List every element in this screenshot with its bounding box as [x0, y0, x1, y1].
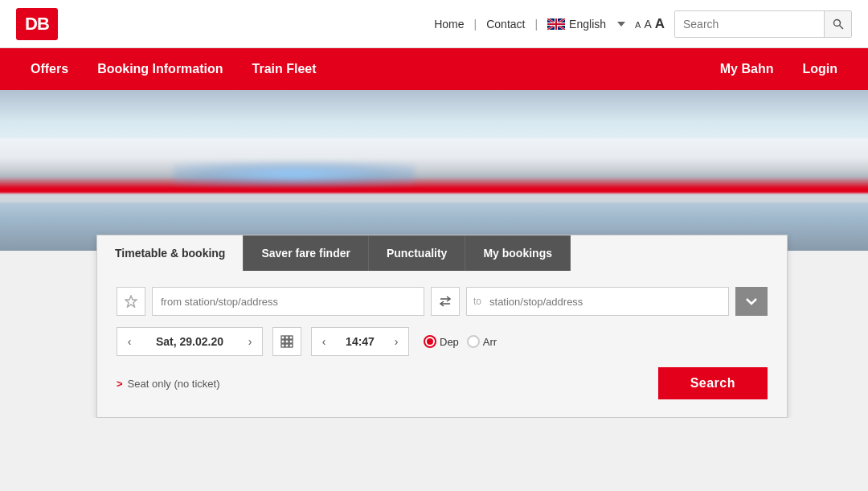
- seat-only-label: Seat only (no ticket): [128, 378, 220, 390]
- search-button[interactable]: Search: [658, 367, 768, 399]
- seat-only-arrow: >: [117, 378, 123, 390]
- svg-rect-19: [285, 344, 289, 347]
- red-navigation: Offers Booking Information Train Fleet M…: [0, 48, 868, 90]
- arr-label[interactable]: Arr: [483, 336, 497, 348]
- calendar-button[interactable]: [272, 327, 301, 356]
- svg-rect-18: [281, 344, 285, 347]
- top-bar: DB Home | Contact | Englis: [0, 0, 868, 48]
- svg-rect-13: [285, 336, 289, 339]
- top-search-input[interactable]: [675, 11, 824, 37]
- tab-punctuality[interactable]: Punctuality: [369, 235, 465, 271]
- bottom-row: > Seat only (no ticket) Search: [117, 367, 768, 399]
- db-logo[interactable]: DB: [16, 8, 58, 40]
- language-dropdown-arrow[interactable]: [617, 22, 625, 27]
- dep-radio-button[interactable]: [424, 335, 436, 348]
- nav-my-bahn[interactable]: My Bahn: [706, 48, 788, 90]
- dep-radio-group[interactable]: Dep: [424, 335, 459, 348]
- nav-booking-information[interactable]: Booking Information: [83, 48, 237, 90]
- home-link[interactable]: Home: [426, 18, 472, 31]
- svg-point-9: [833, 19, 840, 26]
- time-next-button[interactable]: ›: [384, 327, 408, 356]
- favorites-button[interactable]: [117, 287, 145, 316]
- to-station-input[interactable]: [485, 288, 728, 315]
- booking-tabs: Timetable & booking Saver fare finder Pu…: [97, 235, 787, 271]
- svg-rect-15: [281, 340, 285, 343]
- date-picker: ‹ Sat, 29.02.20 ›: [117, 327, 263, 356]
- expand-options-button[interactable]: [735, 287, 768, 316]
- top-search-bar: [674, 10, 852, 38]
- svg-rect-14: [289, 336, 293, 339]
- train-body: [0, 138, 868, 203]
- separator-1: |: [474, 18, 477, 31]
- from-station-input[interactable]: [152, 287, 424, 316]
- station-row: to: [117, 287, 768, 316]
- tab-saver-fare[interactable]: Saver fare finder: [244, 235, 369, 271]
- font-small-button[interactable]: A: [635, 20, 641, 30]
- dep-label[interactable]: Dep: [440, 336, 459, 348]
- swap-stations-button[interactable]: [431, 287, 460, 316]
- date-prev-button[interactable]: ‹: [117, 327, 141, 356]
- flag-icon: [547, 18, 565, 30]
- font-large-button[interactable]: A: [655, 16, 665, 32]
- datetime-row: ‹ Sat, 29.02.20 › ‹: [117, 327, 768, 356]
- language-selector[interactable]: English: [539, 18, 614, 31]
- svg-rect-12: [281, 336, 285, 339]
- nav-train-fleet[interactable]: Train Fleet: [238, 48, 331, 90]
- date-value: Sat, 29.02.20: [141, 335, 238, 348]
- seat-only-option[interactable]: > Seat only (no ticket): [117, 378, 219, 390]
- font-medium-button[interactable]: A: [644, 18, 651, 31]
- time-prev-button[interactable]: ‹: [312, 327, 336, 356]
- hero-banner: [0, 90, 868, 251]
- svg-marker-11: [125, 296, 137, 307]
- red-nav-left: Offers Booking Information Train Fleet: [16, 48, 706, 90]
- hero-train: [0, 90, 868, 251]
- time-value: 14:47: [336, 335, 384, 348]
- contact-link[interactable]: Contact: [478, 18, 533, 31]
- dep-radio-inner: [427, 338, 433, 345]
- booking-form: to ‹ Sat, 29.02.20 ›: [97, 271, 787, 417]
- language-text: English: [569, 18, 606, 31]
- dep-arr-selector: Dep Arr: [424, 335, 497, 348]
- svg-rect-8: [547, 23, 565, 25]
- date-next-button[interactable]: ›: [238, 327, 262, 356]
- svg-line-10: [839, 25, 843, 29]
- top-search-button[interactable]: [824, 11, 851, 37]
- train-light-glow: [174, 162, 415, 186]
- tab-my-bookings[interactable]: My bookings: [465, 235, 571, 271]
- nav-offers[interactable]: Offers: [16, 48, 83, 90]
- red-nav-right: My Bahn Login: [706, 48, 852, 90]
- svg-rect-16: [285, 340, 289, 343]
- tab-timetable-booking[interactable]: Timetable & booking: [97, 235, 244, 271]
- logo-text: DB: [25, 14, 49, 35]
- separator-2: |: [534, 18, 538, 31]
- booking-widget: Timetable & booking Saver fare finder Pu…: [96, 235, 788, 418]
- top-navigation: Home | Contact | English: [426, 10, 852, 38]
- arr-radio-button[interactable]: [467, 335, 480, 348]
- svg-rect-17: [289, 340, 293, 343]
- svg-rect-20: [289, 344, 293, 347]
- time-picker: ‹ 14:47 ›: [311, 327, 409, 356]
- font-size-controls: A A A: [625, 16, 674, 32]
- arr-radio-group[interactable]: Arr: [467, 335, 497, 348]
- nav-login[interactable]: Login: [788, 48, 852, 90]
